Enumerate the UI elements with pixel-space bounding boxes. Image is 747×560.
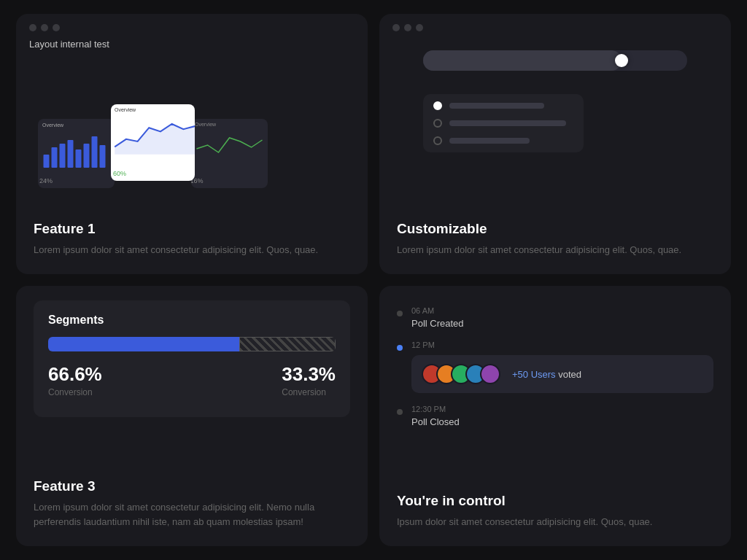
progress-fill-blue <box>48 337 239 351</box>
avatars-group <box>422 364 495 384</box>
timeline: 06 AM Poll Created 12 PM <box>397 300 713 433</box>
svg-rect-1 <box>52 147 58 168</box>
svg-rect-7 <box>100 145 106 168</box>
timeline-item-3: 12:30 PM Poll Closed <box>397 399 713 433</box>
feature3-desc: Lorem ipsum dolor sit amet consectetur a… <box>34 500 350 529</box>
poll-preview: 06 AM Poll Created 12 PM <box>379 286 731 493</box>
avatar-5 <box>480 364 500 384</box>
customizable-preview <box>379 14 731 206</box>
timeline-time-3: 12:30 PM <box>411 405 713 413</box>
stat-label-1: Conversion <box>48 387 102 397</box>
poll-created-label: Poll Created <box>411 318 713 329</box>
svg-rect-4 <box>76 149 82 168</box>
svg-rect-0 <box>44 155 50 168</box>
radio-circle-3 <box>433 136 442 145</box>
mini-card-bar: Overview Bar - 24% <box>38 119 115 188</box>
radio-circle-2 <box>433 119 442 128</box>
feature3-text: Feature 3 Lorem ipsum dolor sit amet con… <box>16 478 368 546</box>
dot4 <box>392 24 400 31</box>
dot1 <box>29 24 36 31</box>
timeline-item-2: 12 PM +50 Users voted <box>397 335 713 399</box>
dot3 <box>53 24 60 31</box>
radio-bar-2 <box>449 120 566 126</box>
window-dots-2 <box>392 24 423 31</box>
svg-rect-6 <box>92 136 98 168</box>
line2-label: le - 16% <box>191 177 230 187</box>
radio-item-1[interactable] <box>433 101 573 110</box>
timeline-time-2: 12 PM <box>411 341 713 349</box>
timeline-time-1: 06 AM <box>411 306 713 315</box>
mini-card-line: Overview Aria - 60% <box>111 104 195 181</box>
preview-title: Layout internal test <box>29 39 109 50</box>
stat-block-1: 66.6% Conversion <box>48 363 102 397</box>
poll-closed-label: Poll Closed <box>411 416 713 427</box>
customizable-title: Customizable <box>397 221 713 237</box>
customizable-text: Customizable Lorem ipsum dolor sit amet … <box>379 206 731 275</box>
slider-fill <box>423 50 622 71</box>
customizable-desc: Lorem ipsum dolor sit amet consectetur a… <box>397 243 713 257</box>
feature1-text: Feature 1 Lorem ipsum dolor sit amet con… <box>16 206 368 275</box>
timeline-dot-1 <box>397 311 403 316</box>
stat-pct-1: 66.6% <box>48 363 102 386</box>
segments-inner: Segments 66.6% Conversion 33.3% Conversi… <box>34 300 350 417</box>
radio-circle-1 <box>433 101 442 110</box>
timeline-item-1: 06 AM Poll Created <box>397 300 713 335</box>
segments-title: Segments <box>48 314 336 327</box>
radio-bar-1 <box>449 103 544 109</box>
progress-bar-track <box>48 337 336 351</box>
svg-rect-5 <box>84 144 90 168</box>
timeline-card-votes: +50 Users voted <box>411 355 713 393</box>
dot2 <box>41 24 48 31</box>
slider-track[interactable] <box>423 50 687 71</box>
timeline-dot-3 <box>397 409 403 415</box>
feature1-desc: Lorem ipsum dolor sit amet consectetur a… <box>34 243 350 257</box>
feature1-preview: Layout internal test Overview <box>16 14 368 206</box>
feature3-title: Feature 3 <box>34 478 350 494</box>
page-wrapper: Layout internal test Overview <box>16 14 731 546</box>
feature3-preview: Segments 66.6% Conversion 33.3% Conversi… <box>16 286 368 478</box>
poll-text: You're in control Ipsum dolor sit amet c… <box>379 493 731 547</box>
slider-container <box>423 50 687 71</box>
window-dots <box>29 24 60 31</box>
segments-stats: 66.6% Conversion 33.3% Conversion <box>48 363 336 397</box>
timeline-dot-2 <box>397 345 403 351</box>
radio-list <box>423 94 584 152</box>
feature3-card: Segments 66.6% Conversion 33.3% Conversi… <box>16 286 368 546</box>
stat-label-2: Conversion <box>282 387 336 397</box>
stat-pct-2: 33.3% <box>282 363 336 386</box>
radio-item-2[interactable] <box>433 119 573 128</box>
dot5 <box>404 24 411 31</box>
bar-label: Bar - 24% <box>38 177 77 187</box>
svg-rect-3 <box>68 140 74 168</box>
radio-bar-3 <box>449 138 530 144</box>
mini-card-line2: Overview le - 16% <box>191 119 268 188</box>
svg-rect-2 <box>60 144 66 168</box>
voted-count: +50 Users <box>512 369 556 380</box>
feature1-title: Feature 1 <box>34 221 350 237</box>
dot6 <box>416 24 423 31</box>
feature1-card: Layout internal test Overview <box>16 14 368 274</box>
stat-block-2: 33.3% Conversion <box>282 363 336 397</box>
radio-item-3[interactable] <box>433 136 573 145</box>
poll-desc: Ipsum dolor sit amet consectetur adipisi… <box>397 515 713 529</box>
line-label: Aria - 60% <box>111 170 153 179</box>
customizable-card: Customizable Lorem ipsum dolor sit amet … <box>379 14 731 274</box>
poll-title: You're in control <box>397 493 713 509</box>
slider-thumb <box>615 54 628 67</box>
voted-label: +50 Users voted <box>512 369 581 380</box>
poll-card: 06 AM Poll Created 12 PM <box>379 286 731 546</box>
progress-fill-hatched <box>239 337 336 351</box>
